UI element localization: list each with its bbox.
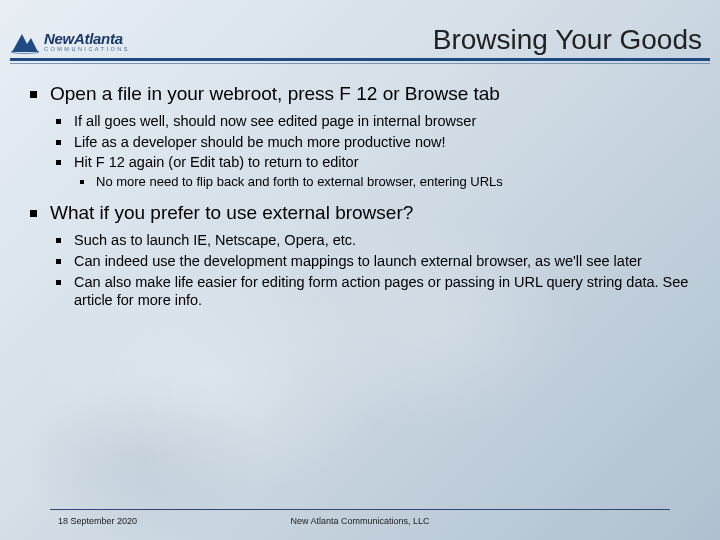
list-item: Such as to launch IE, Netscape, Opera, e… [50,231,690,250]
slide-header: NewAtlanta COMMUNICATIONS Browsing Your … [0,0,720,58]
list-item-text: What if you prefer to use external brows… [50,202,413,223]
list-item-text: If all goes well, should now see edited … [74,113,476,129]
list-item-text: Hit F 12 again (or Edit tab) to return t… [74,154,359,170]
footer-org: New Atlanta Communications, LLC [248,516,472,526]
list-item-text: Open a file in your webroot, press F 12 … [50,83,500,104]
list-item: Can indeed use the development mappings … [50,252,690,271]
list-item: What if you prefer to use external brows… [22,201,690,310]
list-item: Hit F 12 again (or Edit tab) to return t… [50,153,690,191]
list-item-text: Can indeed use the development mappings … [74,253,642,269]
slide-content: Open a file in your webroot, press F 12 … [0,64,720,540]
list-item: Can also make life easier for editing fo… [50,273,690,311]
list-item: If all goes well, should now see edited … [50,112,690,131]
logo-text: NewAtlanta COMMUNICATIONS [44,31,130,53]
slide: NewAtlanta COMMUNICATIONS Browsing Your … [0,0,720,540]
footer-divider [50,509,670,510]
footer-spacer [472,516,690,526]
list-item-text: No more need to flip back and forth to e… [96,174,503,189]
bullet-list-lvl2: If all goes well, should now see edited … [50,112,690,191]
list-item: No more need to flip back and forth to e… [74,174,690,191]
slide-title: Browsing Your Goods [433,24,702,58]
logo-mark-icon [10,30,40,54]
list-item-text: Life as a developer should be much more … [74,134,446,150]
list-item-text: Can also make life easier for editing fo… [74,274,688,309]
list-item: Open a file in your webroot, press F 12 … [22,82,690,191]
logo: NewAtlanta COMMUNICATIONS [10,30,130,58]
list-item: Life as a developer should be much more … [50,133,690,152]
list-item-text: Such as to launch IE, Netscape, Opera, e… [74,232,356,248]
footer-date: 18 September 2020 [30,516,248,526]
bullet-list-lvl3: No more need to flip back and forth to e… [74,174,690,191]
logo-main-text: NewAtlanta [44,31,130,46]
bullet-list-lvl1: Open a file in your webroot, press F 12 … [22,82,690,310]
bullet-list-lvl2: Such as to launch IE, Netscape, Opera, e… [50,231,690,310]
slide-footer: 18 September 2020 New Atlanta Communicat… [0,509,720,526]
logo-sub-text: COMMUNICATIONS [44,47,130,53]
